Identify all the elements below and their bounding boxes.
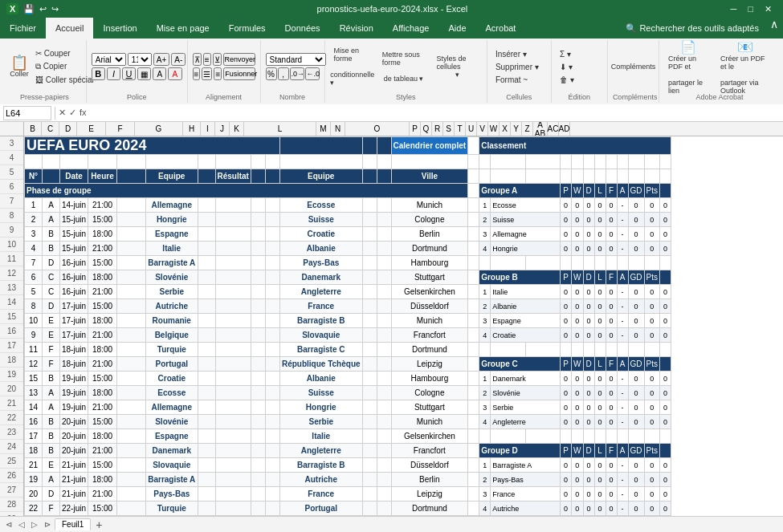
cell[interactable]: [198, 473, 215, 487]
cell[interactable]: GD: [628, 270, 644, 285]
maximize-icon[interactable]: □: [743, 4, 758, 14]
cell[interactable]: 0: [606, 242, 617, 256]
cell[interactable]: W: [572, 184, 583, 198]
percent-button[interactable]: %: [266, 67, 277, 80]
cell[interactable]: [377, 169, 391, 184]
remplir-button[interactable]: ⬇ ▾: [557, 61, 602, 73]
comma-button[interactable]: ,: [278, 67, 289, 80]
cell[interactable]: 1: [479, 285, 491, 299]
cell[interactable]: [251, 473, 265, 487]
cell[interactable]: [265, 256, 279, 270]
cell[interactable]: [265, 487, 279, 502]
cell[interactable]: 0: [561, 473, 572, 487]
cell[interactable]: France: [491, 487, 561, 502]
cell[interactable]: [251, 270, 265, 285]
cell[interactable]: [659, 429, 671, 444]
cell[interactable]: Portugal: [146, 357, 198, 372]
cell[interactable]: 20-juin: [60, 429, 88, 444]
cell[interactable]: [525, 343, 561, 357]
cell[interactable]: Espagne: [491, 314, 561, 328]
cell[interactable]: C: [43, 285, 60, 299]
cell[interactable]: 15:00: [88, 415, 117, 429]
table-row[interactable]: 9E17-juin21:00BelgiqueSlovaquieFrancfort…: [25, 328, 694, 343]
cell[interactable]: [362, 270, 377, 285]
cell[interactable]: [572, 343, 583, 357]
cell[interactable]: F: [606, 357, 617, 372]
cell[interactable]: [491, 169, 525, 184]
table-row[interactable]: 2A15-juin15:00HongrieSuisseCologne2Suiss…: [25, 213, 694, 227]
cell[interactable]: Cologne: [391, 213, 468, 227]
cell[interactable]: 14-juin: [60, 198, 88, 213]
cell[interactable]: 0: [561, 372, 572, 386]
cell[interactable]: Suisse: [279, 213, 362, 227]
grid-scroll[interactable]: UEFA EURO 2024Calendrier completClasseme…: [24, 136, 783, 516]
cell[interactable]: [251, 357, 265, 372]
align-bottom-button[interactable]: ⊻: [213, 53, 222, 66]
cell[interactable]: Pts: [644, 444, 659, 458]
cell[interactable]: [572, 429, 583, 444]
cell[interactable]: [617, 429, 628, 444]
search-bar[interactable]: 🔍 Rechercher des outils adaptés: [626, 18, 765, 39]
cell[interactable]: 0: [644, 299, 659, 314]
cell[interactable]: Equipe: [146, 169, 198, 184]
cell[interactable]: [215, 473, 251, 487]
cell[interactable]: [617, 256, 628, 270]
cell[interactable]: B: [43, 429, 60, 444]
cell[interactable]: Portugal: [279, 502, 362, 516]
cell[interactable]: [468, 458, 479, 473]
col-header-b[interactable]: B: [24, 122, 42, 136]
cell[interactable]: 0: [583, 213, 594, 227]
cell[interactable]: 18:00: [88, 343, 117, 357]
cell[interactable]: [251, 299, 265, 314]
cell[interactable]: Munich: [391, 198, 468, 213]
cell[interactable]: 0: [644, 372, 659, 386]
align-middle-button[interactable]: ≡: [203, 53, 211, 66]
cell[interactable]: 19-juin: [60, 400, 88, 415]
cell[interactable]: 16: [25, 415, 43, 429]
cell[interactable]: Pts: [644, 270, 659, 285]
cell[interactable]: [628, 516, 644, 517]
cell-reference-box[interactable]: [3, 106, 51, 120]
cell[interactable]: [362, 256, 377, 270]
cell[interactable]: Düsseldorf: [391, 458, 468, 473]
cell[interactable]: [561, 516, 572, 517]
cell[interactable]: Phase de groupe: [25, 184, 468, 198]
cell[interactable]: 0: [644, 314, 659, 328]
cell[interactable]: 0: [561, 415, 572, 429]
cell[interactable]: [198, 386, 215, 400]
cell[interactable]: [468, 487, 479, 502]
table-row[interactable]: 5C16-juin21:00SerbieAngleterreGelsenkirc…: [25, 285, 694, 299]
cell[interactable]: [198, 444, 215, 458]
cell[interactable]: 15:00: [88, 256, 117, 270]
cell[interactable]: [117, 256, 146, 270]
cell[interactable]: [251, 429, 265, 444]
formula-input[interactable]: [90, 106, 780, 120]
cell[interactable]: [117, 270, 146, 285]
cell[interactable]: W: [572, 357, 583, 372]
cell[interactable]: Francfort: [391, 444, 468, 458]
cell[interactable]: 0: [644, 328, 659, 343]
cell[interactable]: [525, 516, 561, 517]
cell[interactable]: [265, 415, 279, 429]
cell[interactable]: 15: [25, 372, 43, 386]
cell[interactable]: [659, 357, 671, 372]
cell[interactable]: 0: [606, 299, 617, 314]
cell[interactable]: 0: [606, 415, 617, 429]
cell[interactable]: N°: [25, 169, 43, 184]
cell[interactable]: 0: [659, 227, 671, 242]
cell[interactable]: F: [43, 343, 60, 357]
underline-button[interactable]: U: [122, 67, 136, 80]
cell[interactable]: 15:00: [88, 458, 117, 473]
cell[interactable]: [251, 256, 265, 270]
cell[interactable]: 0: [644, 227, 659, 242]
ribbon-minimize-icon[interactable]: ∧: [765, 18, 783, 39]
cell[interactable]: Suisse: [491, 213, 561, 227]
cell[interactable]: A: [43, 198, 60, 213]
cell[interactable]: [251, 400, 265, 415]
cell[interactable]: [215, 343, 251, 357]
cell[interactable]: 18:00: [88, 516, 117, 517]
cell[interactable]: [468, 328, 479, 343]
cell[interactable]: [215, 357, 251, 372]
cell[interactable]: [265, 285, 279, 299]
align-left-button[interactable]: ≡: [193, 67, 201, 80]
